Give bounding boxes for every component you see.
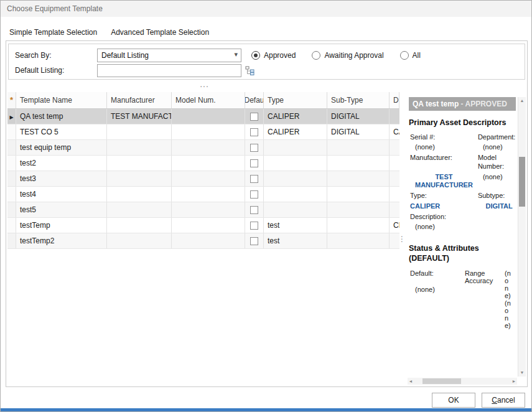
subtype-value: DIGITAL <box>478 202 516 211</box>
preview-horizontal-scrollbar[interactable]: ◄ ► <box>408 378 517 385</box>
column-header-sub-type[interactable]: Sub-Type <box>327 92 390 108</box>
row-header-cell <box>7 233 16 248</box>
cell-description <box>390 140 399 155</box>
new-row-indicator-icon: * <box>10 95 13 105</box>
grid-row[interactable]: testTemp2 test <box>7 233 399 249</box>
subtype-label: Subtype: <box>478 192 516 200</box>
scroll-right-arrow-icon[interactable]: ► <box>511 378 517 385</box>
cell-type <box>264 187 327 202</box>
scroll-down-arrow-icon[interactable]: ▼ <box>518 369 526 377</box>
cell-type: test <box>264 233 327 248</box>
default-checkbox[interactable] <box>250 206 258 214</box>
ok-button[interactable]: OK <box>432 393 475 408</box>
search-by-row: Search By: Default Listing ▾ Approved Aw… <box>15 48 518 63</box>
column-header-template-name[interactable]: Template Name <box>16 92 107 108</box>
grid-row[interactable]: TEST CO 5 CALIPER DIGITAL CA <box>7 124 399 140</box>
cell-manufacturer <box>107 187 172 202</box>
preview-title-bar: QA test temp - APPROVED <box>409 97 516 111</box>
cell-description: CA <box>390 124 399 139</box>
cell-sub-type <box>327 202 390 217</box>
primary-asset-descriptors-fields: Serial #: Department: (none) (none) Manu… <box>408 133 517 232</box>
bottom-accent-bar <box>1 408 531 411</box>
department-label: Department: <box>478 133 516 142</box>
cell-model-num <box>172 171 245 186</box>
grid-header-row: * Template Name Manufacturer Model Num. … <box>7 92 399 109</box>
column-header-type[interactable]: Type <box>264 92 327 108</box>
cell-type <box>264 156 327 171</box>
row-header-cell <box>7 202 16 217</box>
default-checkbox[interactable] <box>250 222 258 230</box>
cell-manufacturer <box>107 202 172 217</box>
search-by-dropdown[interactable]: Default Listing ▾ <box>97 49 241 62</box>
grid-row[interactable]: test4 <box>7 187 399 202</box>
default-checkbox[interactable] <box>250 128 258 136</box>
horizontal-scrollbar-thumb[interactable] <box>422 378 461 384</box>
cell-template-name: test3 <box>16 171 107 186</box>
scroll-up-arrow-icon[interactable]: ▲ <box>518 97 526 105</box>
column-header-description[interactable]: D <box>390 92 399 108</box>
cell-type: CALIPER <box>264 109 327 124</box>
radio-all-dot-icon <box>400 51 409 60</box>
choose-equipment-template-dialog: Choose Equipment Template Simple Templat… <box>0 0 532 412</box>
default-checkbox[interactable] <box>250 144 258 152</box>
default-value: (none) <box>410 286 465 293</box>
grid-row[interactable]: testTemp test CM <box>7 218 399 233</box>
radio-all[interactable]: All <box>400 51 421 60</box>
column-header-model-num[interactable]: Model Num. <box>172 92 245 108</box>
cell-template-name: test equip temp <box>16 140 107 155</box>
cell-model-num <box>172 218 245 233</box>
cell-sub-type <box>327 187 390 202</box>
radio-awaiting-approval[interactable]: Awaiting Approval <box>312 51 383 60</box>
preview-vertical-scrollbar[interactable]: ▲ ▼ <box>518 97 526 377</box>
cell-type: CALIPER <box>264 124 327 139</box>
grid-corner-header: * <box>7 92 16 108</box>
default-checkbox[interactable] <box>250 190 258 199</box>
cancel-button[interactable]: Cancel <box>482 393 525 408</box>
grid-row[interactable]: test2 <box>7 156 399 171</box>
cell-sub-type <box>327 171 390 186</box>
column-header-default[interactable]: Defau <box>245 92 264 108</box>
cell-type <box>264 140 327 155</box>
listing-picker-icon[interactable] <box>245 66 256 75</box>
radio-approved[interactable]: Approved <box>251 51 296 60</box>
dropdown-caret-icon: ▾ <box>234 50 238 59</box>
radio-approved-label: Approved <box>264 51 296 60</box>
range-accuracy-label: Range Accuracy <box>465 269 505 352</box>
grid-row[interactable]: test5 <box>7 202 399 218</box>
row-header-cell <box>7 187 16 202</box>
cell-model-num <box>172 233 245 248</box>
default-checkbox[interactable] <box>250 175 258 183</box>
radio-awaiting-dot-icon <box>312 51 320 60</box>
cell-default <box>245 140 264 155</box>
scroll-left-arrow-icon[interactable]: ◄ <box>408 378 414 385</box>
primary-asset-descriptors-heading: Primary Asset Descriptors <box>409 118 516 128</box>
default-checkbox[interactable] <box>250 159 258 167</box>
column-header-manufacturer[interactable]: Manufacturer <box>107 92 172 108</box>
cell-default <box>245 202 264 217</box>
template-preview-content: QA test temp - APPROVED Primary Asset De… <box>408 97 517 377</box>
default-listing-input[interactable] <box>97 64 241 77</box>
cell-model-num <box>172 109 245 124</box>
model-number-label: Model Number: <box>478 154 516 171</box>
cell-default <box>245 187 264 202</box>
grid-row[interactable]: test equip temp <box>7 140 399 156</box>
window-titlebar[interactable]: Choose Equipment Template <box>1 1 531 17</box>
approval-filter-radio-group: Approved Awaiting Approval All <box>251 51 421 60</box>
cell-model-num <box>172 187 245 202</box>
cell-model-num <box>172 124 245 139</box>
search-splitter-handle[interactable]: ... <box>6 81 403 91</box>
default-checkbox[interactable] <box>250 113 258 121</box>
grid-row[interactable]: ▶ QA test temp TEST MANUFACTURER CALIPER… <box>7 109 399 124</box>
cell-manufacturer <box>107 218 172 233</box>
cell-description <box>390 109 399 124</box>
grid-row[interactable]: test3 <box>7 171 399 187</box>
type-label: Type: <box>410 192 473 200</box>
preview-splitter-handle[interactable]: ⋮ <box>399 92 404 386</box>
vertical-scrollbar-thumb[interactable] <box>519 157 525 207</box>
default-listing-label: Default Listing: <box>15 66 97 75</box>
current-row-arrow-icon: ▶ <box>9 115 13 120</box>
cell-description <box>390 156 399 171</box>
radio-all-label: All <box>413 51 421 60</box>
default-checkbox[interactable] <box>250 237 258 245</box>
template-preview-pane: QA test temp - APPROVED Primary Asset De… <box>404 92 526 386</box>
